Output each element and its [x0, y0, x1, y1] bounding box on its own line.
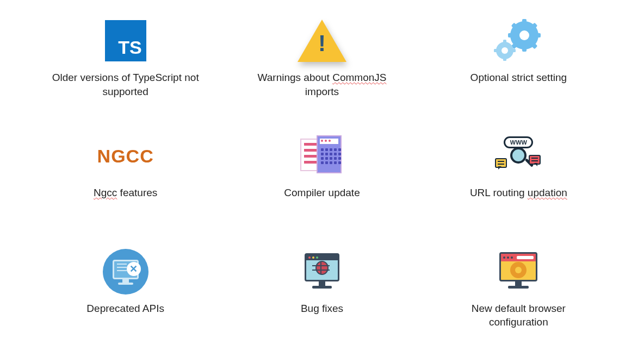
feature-strict-setting: Optional strict setting: [426, 11, 611, 115]
svg-point-9: [519, 30, 529, 40]
feature-url-routing: WWW URL routing updation: [426, 126, 611, 230]
ngcc-icon: NGCC: [97, 131, 154, 180]
svg-rect-4: [535, 33, 541, 37]
deprecated-icon: ✕: [103, 247, 148, 296]
svg-rect-1: [522, 19, 527, 24]
typescript-icon: TS: [105, 16, 146, 65]
bug-icon: [300, 247, 344, 296]
svg-rect-2: [522, 46, 527, 52]
svg-rect-13: [494, 49, 498, 52]
feature-warnings: Warnings about CommonJS imports: [229, 11, 414, 115]
feature-typescript: TS Older versions of TypeScript not supp…: [33, 11, 218, 115]
svg-rect-12: [503, 57, 506, 61]
feature-label: Older versions of TypeScript not support…: [49, 71, 202, 98]
warning-icon: [298, 16, 346, 65]
www-icon: WWW: [494, 131, 543, 180]
feature-label: Compiler update: [284, 186, 360, 200]
feature-deprecated-apis: ✕ Deprecated APIs: [33, 242, 218, 346]
typescript-logo: TS: [105, 20, 146, 61]
feature-grid: TS Older versions of TypeScript not supp…: [33, 11, 611, 346]
feature-ngcc: NGCC Ngcc features: [33, 126, 218, 230]
browser-config-icon: [495, 247, 542, 296]
feature-label: Deprecated APIs: [86, 302, 164, 316]
gears-icon: [494, 16, 543, 65]
svg-rect-3: [508, 33, 513, 37]
ngcc-text: NGCC: [97, 146, 154, 167]
feature-label: New default browser configuration: [442, 302, 595, 329]
feature-bug-fixes: Bug fixes: [229, 242, 414, 346]
svg-point-15: [501, 47, 508, 54]
feature-label: URL routing updation: [470, 186, 567, 200]
feature-label: Warnings about CommonJS imports: [246, 71, 398, 98]
svg-rect-11: [503, 40, 506, 43]
svg-rect-14: [512, 49, 516, 52]
feature-compiler: Compiler update: [229, 126, 414, 230]
feature-browser-config: New default browser configuration: [426, 242, 611, 346]
feature-label: Optional strict setting: [470, 71, 567, 85]
compiler-icon: [300, 131, 344, 180]
www-badge: WWW: [504, 136, 533, 148]
feature-label: Ngcc features: [94, 186, 157, 200]
feature-label: Bug fixes: [301, 302, 343, 316]
